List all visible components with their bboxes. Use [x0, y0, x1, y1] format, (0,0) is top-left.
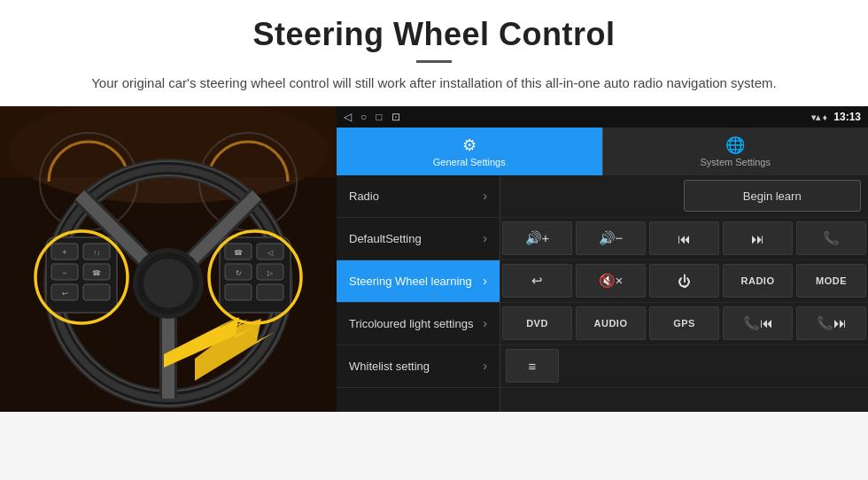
radio-label: RADIO [741, 275, 775, 286]
gear-icon: ⚙ [462, 135, 477, 155]
menu-icon: ≡ [529, 359, 537, 374]
android-panel: ◁ ○ □ ⊡ ▾▴ ♦ 13:13 ⚙ General Settings 🌐 … [337, 106, 868, 412]
svg-text:↻: ↻ [236, 269, 242, 277]
tab-bar: ⚙ General Settings 🌐 System Settings [337, 128, 868, 175]
mute-button[interactable]: 🔇× [576, 264, 646, 298]
volume-down-button[interactable]: 🔊− [576, 221, 646, 255]
empty-spacer [508, 175, 684, 217]
menu-whitelist-label: Whitelist setting [349, 360, 430, 373]
steering-wheel-image: + ↑↓ − ☎ ↩ ☎ ◁ ↻ ▷ [0, 106, 337, 412]
begin-learn-button[interactable]: Begin learn [684, 180, 862, 212]
steering-wheel-svg: + ↑↓ − ☎ ↩ ☎ ◁ ↻ ▷ [0, 106, 337, 412]
menu-steering-label: Steering Wheel learning [349, 275, 472, 288]
svg-text:▷: ▷ [267, 269, 274, 277]
mode-label: MODE [816, 275, 847, 286]
nav-recent-icon[interactable]: □ [376, 111, 382, 123]
audio-button[interactable]: AUDIO [576, 306, 646, 340]
svg-rect-24 [83, 284, 110, 300]
signal-icons: ▾▴ ♦ [811, 112, 827, 122]
status-bar: ◁ ○ □ ⊡ ▾▴ ♦ 13:13 [337, 106, 868, 128]
title-divider [416, 60, 452, 63]
menu-arrow-icon: › [483, 316, 487, 330]
audio-label: AUDIO [594, 318, 628, 329]
button-row-1: 🔊+ 🔊− ⏮ ⏭ 📞 [500, 218, 868, 260]
phone-next-icon: 📞⏭ [817, 315, 847, 331]
power-button[interactable]: ⏻ [649, 264, 719, 298]
globe-icon: 🌐 [725, 135, 745, 155]
phone-answer-button[interactable]: 📞 [796, 221, 866, 255]
svg-text:◁: ◁ [267, 249, 274, 257]
page-header: Steering Wheel Control Your original car… [0, 0, 868, 106]
svg-rect-35 [225, 284, 252, 300]
prev-track-button[interactable]: ⏮ [649, 221, 719, 255]
menu-arrow-icon: › [483, 189, 487, 203]
svg-text:+: + [62, 248, 66, 257]
content-area: Radio › DefaultSetting › Steering Wheel … [337, 175, 868, 412]
nav-buttons: ◁ ○ □ ⊡ [344, 111, 400, 123]
left-menu: Radio › DefaultSetting › Steering Wheel … [337, 175, 500, 412]
tab-system-settings[interactable]: 🌐 System Settings [602, 128, 869, 175]
menu-arrow-icon: › [483, 231, 487, 245]
page-description: Your original car's steering wheel contr… [35, 74, 833, 94]
svg-text:−: − [62, 268, 66, 277]
mute-icon: 🔇× [599, 273, 624, 289]
volume-up-icon: 🔊+ [525, 230, 550, 246]
svg-point-17 [143, 259, 193, 308]
svg-rect-36 [257, 284, 283, 300]
next-track-button[interactable]: ⏭ [723, 221, 793, 255]
prev-track-icon: ⏮ [678, 231, 691, 246]
volume-down-icon: 🔊− [599, 230, 624, 246]
power-icon: ⏻ [678, 274, 691, 289]
svg-text:☎: ☎ [92, 269, 101, 277]
menu-radio-label: Radio [349, 190, 379, 203]
menu-arrow-icon: › [483, 359, 487, 373]
phone-prev-button[interactable]: 📞⏮ [723, 306, 793, 340]
svg-text:↑↓: ↑↓ [93, 249, 100, 257]
hang-up-icon: ↩ [531, 273, 543, 289]
clock: 13:13 [833, 111, 861, 123]
menu-item-whitelist[interactable]: Whitelist setting › [337, 345, 500, 388]
button-row-2: ↩ 🔇× ⏻ RADIO MODE [500, 260, 868, 303]
mode-button[interactable]: MODE [796, 264, 866, 298]
nav-extra-icon[interactable]: ⊡ [391, 111, 400, 123]
volume-up-button[interactable]: 🔊+ [502, 221, 572, 255]
button-row-3: DVD AUDIO GPS 📞⏮ 📞⏭ [500, 303, 868, 345]
menu-item-steering-wheel[interactable]: Steering Wheel learning › [337, 260, 500, 303]
nav-back-icon[interactable]: ◁ [344, 111, 352, 123]
hang-up-button[interactable]: ↩ [502, 264, 572, 298]
next-track-icon: ⏭ [751, 231, 764, 246]
dvd-button[interactable]: DVD [502, 306, 572, 340]
gps-label: GPS [673, 318, 695, 329]
begin-learn-row: Begin learn [500, 175, 868, 218]
phone-icon: 📞 [823, 230, 840, 246]
svg-text:☎: ☎ [234, 249, 243, 257]
menu-arrow-icon: › [483, 274, 487, 288]
tab-general-label: General Settings [433, 157, 506, 167]
menu-item-radio[interactable]: Radio › [337, 175, 500, 218]
phone-next-button[interactable]: 📞⏭ [796, 306, 866, 340]
nav-home-icon[interactable]: ○ [360, 111, 367, 123]
svg-text:↩: ↩ [62, 290, 68, 298]
button-row-4: ≡ [500, 345, 868, 388]
tab-general-settings[interactable]: ⚙ General Settings [337, 128, 602, 175]
page-title: Steering Wheel Control [35, 16, 833, 53]
menu-default-label: DefaultSetting [349, 232, 422, 245]
tab-system-label: System Settings [701, 157, 771, 167]
radio-button[interactable]: RADIO [723, 264, 793, 298]
right-panel: Begin learn 🔊+ 🔊− ⏮ ⏭ [500, 175, 868, 412]
menu-item-tricoloured[interactable]: Tricoloured light settings › [337, 303, 500, 345]
phone-prev-icon: 📞⏮ [743, 315, 773, 331]
status-right: ▾▴ ♦ 13:13 [811, 111, 861, 123]
gps-button[interactable]: GPS [649, 306, 719, 340]
main-content: + ↑↓ − ☎ ↩ ☎ ◁ ↻ ▷ [0, 106, 868, 412]
dvd-label: DVD [526, 318, 548, 329]
menu-item-default-setting[interactable]: DefaultSetting › [337, 218, 500, 260]
extra-menu-button[interactable]: ≡ [506, 349, 559, 383]
menu-tricoloured-label: Tricoloured light settings [349, 317, 473, 330]
